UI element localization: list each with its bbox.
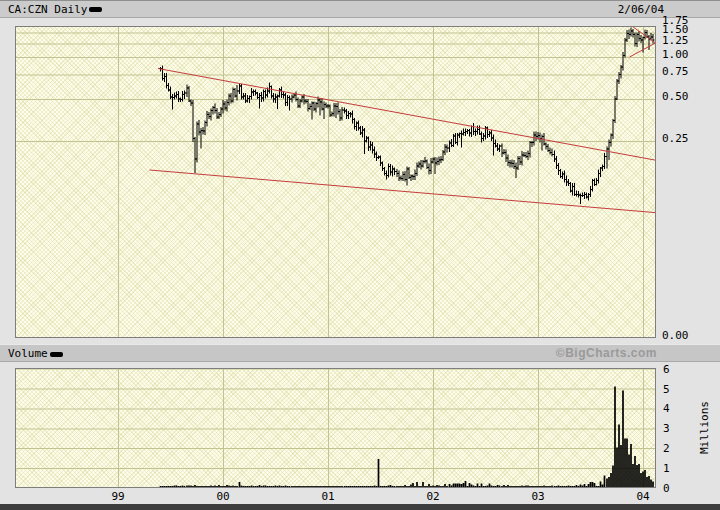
quote-date: 2/06/04 — [618, 3, 664, 16]
time-axis-tick: 04 — [628, 490, 658, 503]
volume-series-legend-icon — [50, 352, 63, 357]
volume-label: Volume — [8, 347, 48, 360]
volume-axis-tick: 4 — [663, 402, 670, 415]
volume-gridlines — [16, 369, 655, 487]
trendlines — [150, 27, 656, 213]
time-axis-tick: 01 — [313, 490, 343, 503]
time-axis-tick: 00 — [208, 490, 238, 503]
bigcharts-watermark: ©BigCharts.com — [556, 346, 657, 360]
bigcharts-window: CA:CZN Daily 2/06/04 Volume ©BigCharts.c… — [0, 0, 720, 510]
price-axis-tick: 1.00 — [662, 48, 689, 61]
trendline-upper-channel — [158, 69, 655, 162]
time-axis-tick: 02 — [418, 490, 448, 503]
price-chart — [16, 27, 655, 337]
volume-chart — [16, 369, 655, 487]
volume-axis-tick: 0 — [663, 482, 670, 495]
chart-titlebar: CA:CZN Daily 2/06/04 — [0, 0, 720, 18]
price-plot-area — [15, 26, 656, 338]
volume-bars — [161, 387, 654, 488]
price-axis-tick: 1.50 — [662, 23, 689, 36]
price-gridlines — [16, 27, 655, 337]
volume-axis-tick: 3 — [663, 422, 670, 435]
symbol-title: CA:CZN Daily — [8, 3, 87, 16]
volume-axis-tick: 1 — [663, 462, 670, 475]
trendline-lower-channel — [150, 170, 656, 213]
time-axis-tick: 99 — [103, 490, 133, 503]
volume-axis-tick: 6 — [663, 363, 670, 376]
volume-axis-tick: 5 — [663, 383, 670, 396]
volume-axis-tick: 2 — [663, 442, 670, 455]
window-bottom-border — [0, 504, 720, 510]
volume-plot-area — [15, 368, 656, 488]
price-axis-tick: 0.00 — [662, 329, 689, 342]
price-axis-tick: 1.25 — [662, 34, 689, 47]
trendline-pennant-bottom — [630, 43, 656, 57]
volume-units-label: Millions — [698, 398, 711, 458]
time-axis-tick: 03 — [523, 490, 553, 503]
price-axis-tick: 0.50 — [662, 90, 689, 103]
price-axis-tick: 0.75 — [662, 65, 689, 78]
price-series-legend-icon — [89, 7, 102, 12]
price-axis-tick: 0.25 — [662, 132, 689, 145]
volume-header: Volume ©BigCharts.com — [0, 344, 720, 362]
